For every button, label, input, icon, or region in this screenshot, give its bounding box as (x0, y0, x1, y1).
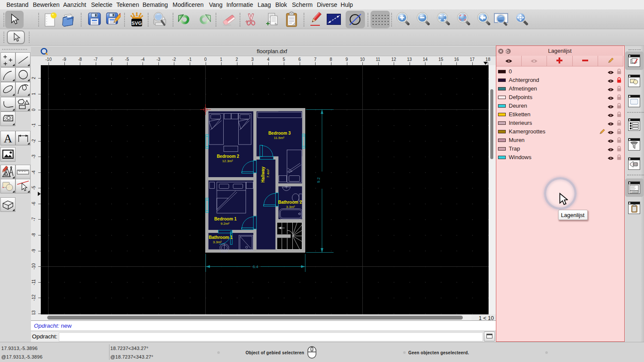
svg-text:9.2: 9.2 (316, 177, 321, 183)
svg-text:11.5m²: 11.5m² (274, 136, 285, 140)
svg-text:3.3m²: 3.3m² (286, 205, 295, 209)
svg-text:A: A (4, 132, 12, 145)
svg-text:Bedroom 2: Bedroom 2 (217, 154, 240, 159)
svg-text:command: command (632, 191, 638, 193)
svg-text:6.4: 6.4 (252, 264, 258, 269)
svg-text:9.2m²: 9.2m² (221, 222, 230, 226)
svg-text:Bathroom 1: Bathroom 1 (209, 235, 233, 240)
svg-text:Bedroom 3: Bedroom 3 (268, 131, 291, 136)
svg-text:Bedroom 1: Bedroom 1 (214, 217, 237, 221)
svg-text:3.3m²: 3.3m² (213, 240, 222, 244)
svg-text:Hallway: Hallway (261, 166, 265, 183)
svg-text:12.3m²: 12.3m² (222, 159, 233, 163)
svg-text:Bathroom 2: Bathroom 2 (278, 200, 302, 205)
svg-text:7.4m²: 7.4m² (266, 169, 270, 178)
svg-text:SVG: SVG (131, 21, 142, 26)
